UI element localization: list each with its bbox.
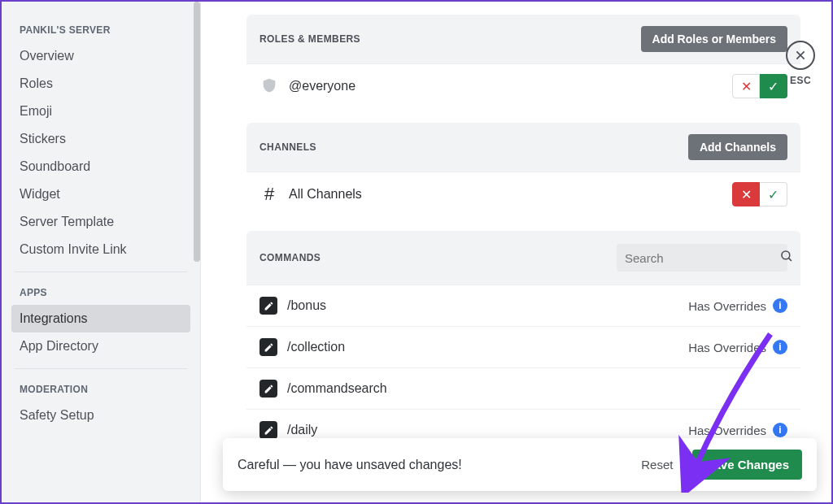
command-row[interactable]: /commandsearch <box>246 367 800 409</box>
unsaved-changes-bar: Careful — you have unsaved changes! Rese… <box>223 438 817 491</box>
check-icon: ✓ <box>768 187 778 202</box>
overrides-label: Has Overrides <box>688 424 766 437</box>
channel-row-all: # All Channels ✕ ✓ <box>246 172 800 216</box>
sidebar-item-soundboard[interactable]: Soundboard <box>11 153 190 180</box>
command-name: /daily <box>287 423 688 437</box>
command-row[interactable]: /collection Has Overrides i <box>246 326 800 367</box>
pencil-icon <box>259 338 277 356</box>
close-icon: ✕ <box>741 187 752 202</box>
shield-icon <box>259 76 279 96</box>
channels-panel: CHANNELS Add Channels # All Channels ✕ ✓ <box>246 123 800 216</box>
command-name: /bonus <box>287 298 688 313</box>
sidebar-item-widget[interactable]: Widget <box>11 180 190 208</box>
commands-panel: COMMANDS /bonus Has Overrides i /collect… <box>246 231 800 450</box>
pencil-icon <box>259 421 277 439</box>
sidebar-item-custom-invite-link[interactable]: Custom Invite Link <box>11 236 190 263</box>
roles-members-panel: ROLES & MEMBERS Add Roles or Members @ev… <box>246 15 800 108</box>
commands-title: COMMANDS <box>259 252 321 263</box>
divider <box>15 368 187 369</box>
search-input[interactable] <box>625 251 779 265</box>
add-roles-members-button[interactable]: Add Roles or Members <box>641 26 787 52</box>
command-name: /commandsearch <box>287 381 787 396</box>
sidebar-section-server: PANKIL'S SERVER <box>11 18 190 42</box>
channel-label: All Channels <box>289 187 732 202</box>
role-label: @everyone <box>289 79 732 93</box>
svg-point-0 <box>782 251 790 259</box>
main-content: ROLES & MEMBERS Add Roles or Members @ev… <box>201 2 831 502</box>
pencil-icon <box>259 297 277 315</box>
sidebar: PANKIL'S SERVER Overview Roles Emoji Sti… <box>2 2 201 502</box>
command-name: /collection <box>287 340 688 354</box>
sidebar-item-integrations[interactable]: Integrations <box>11 305 190 332</box>
commands-search[interactable] <box>617 244 787 272</box>
hash-icon: # <box>259 185 279 204</box>
overrides-label: Has Overrides <box>688 341 766 354</box>
roles-members-title: ROLES & MEMBERS <box>259 33 360 45</box>
sidebar-section-moderation: MODERATION <box>11 377 190 402</box>
info-icon[interactable]: i <box>773 340 787 354</box>
channel-deny-button[interactable]: ✕ <box>732 182 760 206</box>
save-changes-button[interactable]: Save Changes <box>692 450 802 480</box>
unsaved-message: Careful — you have unsaved changes! <box>238 458 621 472</box>
role-deny-button[interactable]: ✕ <box>732 74 760 98</box>
sidebar-item-roles[interactable]: Roles <box>11 70 190 98</box>
info-icon[interactable]: i <box>773 298 787 313</box>
sidebar-item-server-template[interactable]: Server Template <box>11 208 190 236</box>
search-icon <box>779 249 794 267</box>
sidebar-scrollbar[interactable] <box>194 2 200 262</box>
info-icon[interactable]: i <box>773 423 787 437</box>
overrides-label: Has Overrides <box>688 299 766 313</box>
pencil-icon <box>259 380 277 398</box>
sidebar-item-safety-setup[interactable]: Safety Setup <box>11 402 190 429</box>
close-icon: ✕ <box>741 79 752 94</box>
command-row[interactable]: /bonus Has Overrides i <box>246 285 800 326</box>
close-button[interactable] <box>786 41 815 70</box>
esc-label: ESC <box>790 75 811 86</box>
sidebar-item-stickers[interactable]: Stickers <box>11 125 190 153</box>
channels-title: CHANNELS <box>259 141 316 153</box>
channel-allow-button[interactable]: ✓ <box>760 182 787 206</box>
sidebar-item-emoji[interactable]: Emoji <box>11 98 190 125</box>
reset-button[interactable]: Reset <box>633 453 681 476</box>
svg-line-1 <box>789 259 792 261</box>
close-settings: ESC <box>786 41 815 86</box>
sidebar-item-overview[interactable]: Overview <box>11 42 190 70</box>
add-channels-button[interactable]: Add Channels <box>688 134 787 160</box>
role-allow-button[interactable]: ✓ <box>760 74 787 98</box>
sidebar-section-apps: APPS <box>11 280 190 305</box>
role-row-everyone: @everyone ✕ ✓ <box>246 63 800 108</box>
sidebar-item-app-directory[interactable]: App Directory <box>11 332 190 360</box>
divider <box>15 272 187 272</box>
check-icon: ✓ <box>768 79 778 94</box>
